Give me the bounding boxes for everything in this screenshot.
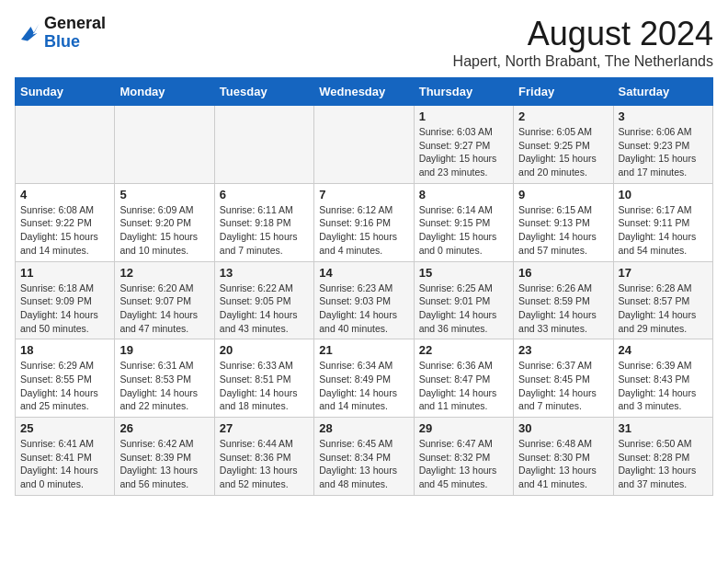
day-info: Sunrise: 6:20 AM Sunset: 9:07 PM Dayligh…	[119, 282, 209, 336]
calendar-cell: 19Sunrise: 6:31 AM Sunset: 8:53 PM Dayli…	[115, 339, 214, 418]
calendar-cell: 1Sunrise: 6:03 AM Sunset: 9:27 PM Daylig…	[414, 106, 513, 184]
calendar-cell: 26Sunrise: 6:42 AM Sunset: 8:39 PM Dayli…	[115, 418, 214, 496]
day-info: Sunrise: 6:22 AM Sunset: 9:05 PM Dayligh…	[220, 282, 309, 336]
day-number: 12	[119, 266, 209, 280]
logo-line1: General	[44, 15, 106, 33]
logo-text: General Blue	[44, 15, 106, 52]
day-number: 23	[518, 343, 608, 357]
calendar-cell: 14Sunrise: 6:23 AM Sunset: 9:03 PM Dayli…	[314, 261, 414, 339]
week-row-2: 4Sunrise: 6:08 AM Sunset: 9:22 PM Daylig…	[16, 183, 713, 261]
day-number: 24	[619, 343, 708, 357]
day-number: 31	[619, 421, 708, 435]
calendar-cell: 18Sunrise: 6:29 AM Sunset: 8:55 PM Dayli…	[16, 339, 115, 418]
day-number: 19	[119, 343, 209, 357]
day-number: 4	[20, 188, 109, 201]
day-number: 20	[220, 343, 309, 357]
calendar-cell: 23Sunrise: 6:37 AM Sunset: 8:45 PM Dayli…	[514, 339, 613, 418]
day-info: Sunrise: 6:05 AM Sunset: 9:25 PM Dayligh…	[518, 125, 608, 179]
day-number: 30	[518, 421, 608, 435]
day-info: Sunrise: 6:26 AM Sunset: 8:59 PM Dayligh…	[518, 282, 608, 336]
day-info: Sunrise: 6:09 AM Sunset: 9:20 PM Dayligh…	[119, 203, 209, 258]
col-header-friday: Friday	[514, 78, 613, 106]
calendar-cell: 16Sunrise: 6:26 AM Sunset: 8:59 PM Dayli…	[514, 261, 613, 339]
col-header-wednesday: Wednesday	[314, 78, 414, 106]
svg-marker-0	[21, 23, 40, 40]
calendar-cell: 20Sunrise: 6:33 AM Sunset: 8:51 PM Dayli…	[214, 339, 313, 418]
day-info: Sunrise: 6:18 AM Sunset: 9:09 PM Dayligh…	[20, 282, 109, 336]
calendar-cell: 4Sunrise: 6:08 AM Sunset: 9:22 PM Daylig…	[16, 183, 115, 261]
calendar-cell: 31Sunrise: 6:50 AM Sunset: 8:28 PM Dayli…	[613, 418, 712, 496]
day-info: Sunrise: 6:33 AM Sunset: 8:51 PM Dayligh…	[220, 359, 309, 413]
day-info: Sunrise: 6:48 AM Sunset: 8:30 PM Dayligh…	[518, 437, 608, 491]
day-number: 6	[220, 188, 309, 201]
calendar-cell: 27Sunrise: 6:44 AM Sunset: 8:36 PM Dayli…	[214, 418, 313, 496]
logo-line2: Blue	[44, 33, 106, 52]
calendar-cell: 7Sunrise: 6:12 AM Sunset: 9:16 PM Daylig…	[314, 183, 414, 261]
day-info: Sunrise: 6:45 AM Sunset: 8:34 PM Dayligh…	[319, 437, 408, 491]
day-info: Sunrise: 6:25 AM Sunset: 9:01 PM Dayligh…	[419, 282, 508, 336]
day-info: Sunrise: 6:08 AM Sunset: 9:22 PM Dayligh…	[20, 203, 109, 258]
day-number: 27	[220, 421, 309, 435]
day-info: Sunrise: 6:12 AM Sunset: 9:16 PM Dayligh…	[319, 203, 408, 258]
day-number: 25	[20, 421, 109, 435]
calendar-cell: 24Sunrise: 6:39 AM Sunset: 8:43 PM Dayli…	[613, 339, 712, 418]
day-number: 26	[119, 421, 209, 435]
day-info: Sunrise: 6:44 AM Sunset: 8:36 PM Dayligh…	[220, 437, 309, 491]
title-area: August 2024 Hapert, North Brabant, The N…	[453, 15, 713, 70]
day-info: Sunrise: 6:17 AM Sunset: 9:11 PM Dayligh…	[619, 203, 708, 258]
calendar-cell	[314, 106, 414, 184]
calendar-cell: 22Sunrise: 6:36 AM Sunset: 8:47 PM Dayli…	[414, 339, 513, 418]
subtitle: Hapert, North Brabant, The Netherlands	[453, 53, 713, 70]
calendar-cell: 29Sunrise: 6:47 AM Sunset: 8:32 PM Dayli…	[414, 418, 513, 496]
logo: General Blue	[15, 15, 106, 52]
calendar-table: SundayMondayTuesdayWednesdayThursdayFrid…	[15, 77, 713, 496]
day-number: 17	[619, 266, 708, 280]
day-info: Sunrise: 6:39 AM Sunset: 8:43 PM Dayligh…	[619, 359, 708, 413]
calendar-cell: 2Sunrise: 6:05 AM Sunset: 9:25 PM Daylig…	[514, 106, 613, 184]
day-info: Sunrise: 6:34 AM Sunset: 8:49 PM Dayligh…	[319, 359, 408, 413]
day-info: Sunrise: 6:31 AM Sunset: 8:53 PM Dayligh…	[119, 359, 209, 413]
calendar-cell: 15Sunrise: 6:25 AM Sunset: 9:01 PM Dayli…	[414, 261, 513, 339]
day-info: Sunrise: 6:11 AM Sunset: 9:18 PM Dayligh…	[220, 203, 309, 258]
day-number: 2	[518, 109, 608, 123]
calendar-cell: 5Sunrise: 6:09 AM Sunset: 9:20 PM Daylig…	[115, 183, 214, 261]
day-number: 9	[518, 188, 608, 201]
calendar-cell: 25Sunrise: 6:41 AM Sunset: 8:41 PM Dayli…	[16, 418, 115, 496]
calendar-cell: 10Sunrise: 6:17 AM Sunset: 9:11 PM Dayli…	[613, 183, 712, 261]
day-info: Sunrise: 6:06 AM Sunset: 9:23 PM Dayligh…	[619, 125, 708, 179]
day-number: 16	[518, 266, 608, 280]
day-number: 3	[619, 109, 708, 123]
day-number: 14	[319, 266, 408, 280]
calendar-cell: 3Sunrise: 6:06 AM Sunset: 9:23 PM Daylig…	[613, 106, 712, 184]
day-info: Sunrise: 6:41 AM Sunset: 8:41 PM Dayligh…	[20, 437, 109, 491]
day-info: Sunrise: 6:37 AM Sunset: 8:45 PM Dayligh…	[518, 359, 608, 413]
calendar-cell: 17Sunrise: 6:28 AM Sunset: 8:57 PM Dayli…	[613, 261, 712, 339]
day-number: 29	[419, 421, 508, 435]
day-number: 8	[419, 188, 508, 201]
day-info: Sunrise: 6:15 AM Sunset: 9:13 PM Dayligh…	[518, 203, 608, 258]
week-row-4: 18Sunrise: 6:29 AM Sunset: 8:55 PM Dayli…	[16, 339, 713, 418]
day-number: 7	[319, 188, 408, 201]
calendar-cell: 13Sunrise: 6:22 AM Sunset: 9:05 PM Dayli…	[214, 261, 313, 339]
calendar-cell: 30Sunrise: 6:48 AM Sunset: 8:30 PM Dayli…	[514, 418, 613, 496]
logo-bird-icon	[15, 20, 40, 46]
day-number: 11	[20, 266, 109, 280]
calendar-cell: 21Sunrise: 6:34 AM Sunset: 8:49 PM Dayli…	[314, 339, 414, 418]
day-number: 28	[319, 421, 408, 435]
day-number: 22	[419, 343, 508, 357]
day-info: Sunrise: 6:28 AM Sunset: 8:57 PM Dayligh…	[619, 282, 708, 336]
day-number: 10	[619, 188, 708, 201]
day-number: 18	[20, 343, 109, 357]
day-number: 5	[119, 188, 209, 201]
col-header-tuesday: Tuesday	[214, 78, 313, 106]
calendar-cell: 28Sunrise: 6:45 AM Sunset: 8:34 PM Dayli…	[314, 418, 414, 496]
day-number: 21	[319, 343, 408, 357]
calendar-cell	[16, 106, 115, 184]
col-header-saturday: Saturday	[613, 78, 712, 106]
day-info: Sunrise: 6:47 AM Sunset: 8:32 PM Dayligh…	[419, 437, 508, 491]
week-row-1: 1Sunrise: 6:03 AM Sunset: 9:27 PM Daylig…	[16, 106, 713, 184]
calendar-cell	[115, 106, 214, 184]
day-number: 1	[419, 109, 508, 123]
calendar-cell: 8Sunrise: 6:14 AM Sunset: 9:15 PM Daylig…	[414, 183, 513, 261]
col-header-sunday: Sunday	[16, 78, 115, 106]
